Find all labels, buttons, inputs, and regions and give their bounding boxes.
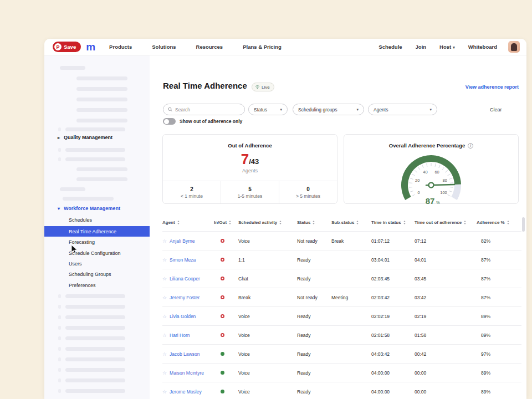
agent-name-link[interactable]: Liliana Cooper bbox=[170, 276, 200, 282]
nav-item-schedule[interactable]: Schedule bbox=[378, 44, 402, 50]
column-header-sub-status[interactable]: Sub-status bbox=[331, 220, 371, 225]
agent-name-link[interactable]: Hari Horn bbox=[170, 332, 190, 338]
column-header-scheduled-activity[interactable]: Scheduled activity bbox=[238, 220, 297, 225]
table-row[interactable]: ☆Simon Meza1:1Ready03:04:0104:0187% bbox=[162, 250, 521, 269]
breakdown-label: < 1 minute bbox=[181, 193, 203, 199]
star-icon[interactable]: ☆ bbox=[162, 314, 167, 319]
skeleton-bar bbox=[76, 119, 127, 122]
sidebar-item-schedules[interactable]: Schedules bbox=[69, 217, 92, 223]
in-adherence-dot-icon bbox=[221, 390, 224, 393]
search-input[interactable] bbox=[175, 107, 240, 112]
pinterest-save-button[interactable]: P Save bbox=[53, 42, 81, 52]
sort-icon[interactable] bbox=[507, 221, 509, 224]
nav-item-solutions[interactable]: Solutions bbox=[152, 44, 176, 50]
star-icon[interactable]: ☆ bbox=[162, 295, 167, 300]
nav-item-join[interactable]: Join bbox=[416, 44, 427, 50]
cell-time-out-of-adherence: 03:42 bbox=[415, 295, 477, 300]
skeleton-bar bbox=[65, 357, 125, 361]
status-dropdown[interactable]: Status ▾ bbox=[248, 104, 288, 115]
column-header-agent[interactable]: Agent bbox=[162, 220, 214, 225]
sidebar-item-label: Quality Management bbox=[64, 135, 112, 140]
column-label: In/Out bbox=[214, 220, 227, 225]
skeleton-bar bbox=[65, 326, 125, 330]
column-label: Status bbox=[297, 220, 310, 225]
wifi-icon bbox=[255, 85, 260, 89]
table-row[interactable]: ☆Liliana CooperChatReady02:03:4503:4587% bbox=[162, 269, 521, 288]
column-header-time-in-status[interactable]: Time in status bbox=[371, 220, 415, 225]
sort-icon[interactable] bbox=[403, 221, 406, 224]
cell-time-in-status: 01:07:12 bbox=[371, 238, 415, 244]
breakdown-col-1-minute: 2< 1 minute bbox=[163, 181, 221, 203]
sort-icon[interactable] bbox=[464, 221, 466, 224]
clear-filters-button[interactable]: Clear bbox=[490, 107, 502, 112]
column-header-in-out[interactable]: In/Out bbox=[214, 220, 238, 225]
star-icon[interactable]: ☆ bbox=[162, 370, 167, 376]
cell-scheduled-activity: Voice bbox=[238, 370, 297, 376]
page-title: Real Time Adherence bbox=[163, 81, 247, 90]
sidebar-item-users[interactable]: Users bbox=[69, 261, 82, 267]
table-row[interactable]: ☆Jeremy FosterBreakNot readyMeeting02:03… bbox=[162, 288, 521, 306]
show-out-of-adherence-toggle[interactable] bbox=[163, 118, 176, 125]
agent-name-link[interactable]: Jacob Lawson bbox=[170, 351, 200, 357]
sidebar-item-real-time-adherence[interactable]: Real Time Adherence bbox=[44, 226, 150, 237]
cell-time-in-status: 02:03:42 bbox=[371, 295, 415, 300]
search-field[interactable] bbox=[163, 104, 245, 115]
chevron-down-icon: ▾ bbox=[356, 108, 359, 112]
sidebar-item-preferences[interactable]: Preferences bbox=[69, 283, 96, 288]
sidebar-item-scheduling-groups[interactable]: Scheduling Groups bbox=[69, 272, 111, 277]
table-row[interactable]: ☆Maison McintyreVoiceReady04:00:0000:008… bbox=[162, 363, 521, 382]
agent-name-link[interactable]: Anjali Byrne bbox=[170, 238, 195, 244]
sort-icon[interactable] bbox=[177, 221, 180, 224]
star-icon[interactable]: ☆ bbox=[162, 332, 167, 338]
table-row[interactable]: ☆Anjali ByrneVoiceNot readyBreak01:07:12… bbox=[162, 231, 521, 250]
agents-dropdown[interactable]: Agents ▾ bbox=[368, 104, 437, 115]
nav-item-host[interactable]: Host▾ bbox=[439, 44, 455, 50]
agent-name-link[interactable]: Jerome Mosley bbox=[170, 389, 202, 395]
cell-inout bbox=[214, 314, 238, 319]
agent-name-link[interactable]: Livia Golden bbox=[170, 314, 196, 319]
star-icon[interactable]: ☆ bbox=[162, 238, 167, 244]
view-adherence-report-link[interactable]: View adherence report bbox=[466, 84, 519, 90]
column-header-adherence[interactable]: Adherence % bbox=[477, 220, 521, 225]
skeleton-chevron bbox=[58, 127, 61, 131]
sort-icon[interactable] bbox=[229, 221, 231, 224]
sort-icon[interactable] bbox=[356, 221, 359, 224]
scrollbar-thumb[interactable] bbox=[522, 217, 525, 232]
star-icon[interactable]: ☆ bbox=[162, 389, 167, 395]
nav-item-plans-pricing[interactable]: Plans & Pricing bbox=[243, 44, 282, 50]
star-icon[interactable]: ☆ bbox=[162, 351, 167, 357]
star-icon[interactable]: ☆ bbox=[162, 257, 167, 263]
table-row[interactable]: ☆Jerome MosleyVoiceReady04:00:0000:0089% bbox=[162, 382, 521, 399]
agent-name-link[interactable]: Maison Mcintyre bbox=[170, 370, 204, 376]
count-total: /43 bbox=[249, 157, 259, 166]
chevron-down-icon: ▾ bbox=[280, 108, 282, 112]
nav-item-whiteboard[interactable]: Whiteboard bbox=[468, 44, 497, 50]
column-header-time-out-of-adherence[interactable]: Time out of adherence bbox=[415, 220, 477, 225]
nav-item-resources[interactable]: Resources bbox=[196, 44, 223, 50]
nav-item-products[interactable]: Products bbox=[109, 44, 132, 50]
skeleton-chevron bbox=[58, 336, 61, 340]
info-icon[interactable]: i bbox=[468, 143, 473, 149]
column-header-status[interactable]: Status bbox=[297, 220, 331, 225]
cell-scheduled-activity: 1:1 bbox=[238, 257, 297, 263]
nav-left-group: ProductsSolutionsResourcesPlans & Pricin… bbox=[109, 44, 282, 50]
agent-name-link[interactable]: Simon Meza bbox=[170, 257, 196, 263]
table-row[interactable]: ☆Hari HornVoiceReady02:01:5801:5889% bbox=[162, 325, 521, 344]
skeleton-chevron bbox=[58, 315, 61, 319]
agent-name-link[interactable]: Jeremy Foster bbox=[170, 295, 200, 300]
user-avatar[interactable] bbox=[508, 41, 520, 53]
out-of-adherence-count: 7/43 bbox=[163, 151, 337, 168]
star-icon[interactable]: ☆ bbox=[162, 276, 167, 282]
sort-icon[interactable] bbox=[313, 221, 315, 224]
out-of-adherence-dot-icon bbox=[221, 314, 224, 318]
sidebar-item-quality-management[interactable]: ▸ Quality Management bbox=[58, 135, 112, 140]
cell-scheduled-activity: Break bbox=[238, 295, 297, 300]
table-row[interactable]: ☆Livia GoldenVoiceReady02:02:1902:1989% bbox=[162, 306, 521, 325]
pinterest-save-label: Save bbox=[64, 44, 76, 50]
cell-time-in-status: 03:04:01 bbox=[371, 257, 415, 263]
miro-logo[interactable]: m bbox=[86, 42, 95, 52]
sort-icon[interactable] bbox=[279, 221, 282, 224]
scheduling-groups-dropdown[interactable]: Scheduling groups ▾ bbox=[293, 104, 364, 115]
table-row[interactable]: ☆Jacob LawsonVoiceReady04:03:4200:4297% bbox=[162, 344, 521, 363]
sidebar-item-workforce-management[interactable]: ▾ Workforce Management bbox=[58, 206, 120, 211]
